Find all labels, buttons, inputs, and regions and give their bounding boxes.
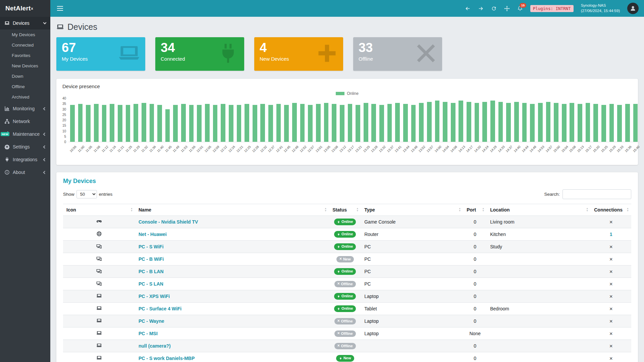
host-time: (27/06/2024, 15:44:59): [581, 9, 620, 13]
device-connections-cell: ×: [591, 352, 631, 362]
chart-bar: [443, 102, 447, 142]
chart-bar: [411, 105, 416, 142]
column-header-type[interactable]: Type▲▼: [361, 204, 463, 216]
device-icon-cell: [63, 265, 135, 278]
sidebar-item-network[interactable]: Network: [0, 115, 50, 128]
notifications-button[interactable]: 15: [517, 6, 523, 11]
device-location-cell: [487, 278, 591, 290]
chart-bar: [586, 103, 590, 142]
status-badge: ×New: [336, 256, 354, 262]
sidebar-item-my-devices[interactable]: My Devices: [0, 29, 50, 40]
device-name-link[interactable]: PC - B LAN: [139, 269, 164, 274]
app-logo[interactable]: NetAlertx: [0, 0, 50, 17]
chart-bar: [173, 105, 178, 142]
sidebar-item-maintenance[interactable]: NEW Maintenance: [0, 128, 50, 140]
device-type-cell: PC: [361, 265, 463, 278]
chart-bar: [435, 101, 440, 142]
sidebar-item-settings[interactable]: Settings: [0, 140, 50, 153]
chart-bar: [292, 103, 297, 142]
chart-bar: [70, 105, 75, 142]
plug-icon: [337, 307, 340, 310]
device-name-link[interactable]: PC - S WiFi: [139, 244, 164, 249]
sidebar-item-monitoring[interactable]: Monitoring: [0, 102, 50, 115]
status-badge: Online: [334, 293, 356, 299]
sidebar-item-down[interactable]: Down: [0, 71, 50, 81]
no-connections-icon: ×: [609, 269, 613, 275]
plugins-status-badge[interactable]: Plugins: INTRNT: [530, 5, 574, 12]
sidebar-item-about[interactable]: About: [0, 166, 50, 179]
stat-card-offline[interactable]: 33 Offline: [353, 37, 442, 71]
chart-bar: [118, 105, 122, 142]
sidebar-item-connected[interactable]: Connected: [0, 40, 50, 50]
device-row: PC - XPS WiFiOnlineLaptop0×: [63, 290, 631, 303]
forward-button[interactable]: [478, 6, 484, 11]
sidebar-nav: Devices My Devices Connected Favorites N…: [0, 17, 50, 179]
chart-bar: [197, 105, 202, 142]
chart-bar: [419, 103, 424, 142]
back-button[interactable]: [465, 6, 471, 11]
sidebar-item-favorites[interactable]: Favorites: [0, 50, 50, 61]
device-name-link[interactable]: PC - Wayne: [139, 318, 164, 324]
chart-bars: 10:5611:0011:0511:0811:1211:1611:2111:25…: [68, 99, 639, 162]
column-header-status[interactable]: Status▲▼: [329, 204, 361, 216]
no-connections-icon: ×: [609, 244, 613, 250]
search-input[interactable]: [562, 189, 631, 199]
chart-bar: [467, 102, 471, 142]
device-name-link[interactable]: Net - Huawei: [139, 232, 167, 237]
column-header-connections[interactable]: Connections▲▼: [591, 204, 631, 216]
presence-chart: 4035302520151050 10:5611:0011:0511:0811:…: [62, 99, 632, 162]
device-name-link[interactable]: PC - B WiFi: [139, 256, 164, 262]
device-name-link[interactable]: PC - XPS WiFi: [139, 294, 170, 299]
device-name-cell: PC - S WiFi: [135, 241, 329, 253]
x-icon: ×: [337, 332, 340, 335]
chart-legend[interactable]: Online: [62, 91, 632, 96]
column-header-icon[interactable]: Icon▲▼: [63, 204, 135, 216]
device-name-link[interactable]: PC - S work Daniels-MBP: [139, 356, 195, 361]
column-header-port[interactable]: Port▲▼: [463, 204, 487, 216]
my-devices-panel: My Devices Show 50 entries Search: Icon▲…: [56, 172, 638, 362]
chart-bar: [133, 104, 138, 142]
chart-bar: [578, 104, 582, 142]
sort-icon: ▲▼: [459, 207, 461, 212]
user-avatar[interactable]: [627, 3, 639, 14]
column-header-name[interactable]: Name▲▼: [135, 204, 329, 216]
device-row: PC - B LANOnlinePC0×: [63, 265, 631, 278]
connections-link[interactable]: 1: [610, 232, 612, 237]
status-badge: Online: [334, 268, 356, 275]
chart-bar: [554, 103, 558, 142]
device-name-link[interactable]: Console - Nvidia Shield TV: [139, 219, 198, 225]
entries-select[interactable]: 50: [76, 190, 97, 198]
search-label: Search:: [544, 192, 560, 197]
device-name-link[interactable]: PC - MSI: [139, 331, 158, 336]
device-name-link[interactable]: PC - Surface 4 WiFi: [139, 306, 181, 311]
x-icon: ×: [339, 257, 342, 261]
sidebar-item-devices[interactable]: Devices: [0, 17, 50, 29]
device-status-cell: Online: [329, 303, 361, 315]
move-widgets-button[interactable]: [504, 6, 510, 11]
chart-bar: [546, 102, 551, 142]
stat-card-connected[interactable]: 34 Connected: [155, 37, 244, 71]
device-name-cell: Console - Nvidia Shield TV: [135, 216, 329, 228]
device-location-cell: [487, 265, 591, 278]
refresh-button[interactable]: [491, 6, 497, 11]
stat-card-new-devices[interactable]: 4 New Devices: [254, 37, 343, 71]
device-name-link[interactable]: null (camera?): [139, 343, 171, 349]
sidebar-item-integrations[interactable]: Integrations: [0, 153, 50, 166]
sidebar-toggle-button[interactable]: [56, 4, 64, 13]
status-badge: ×Offline: [334, 343, 356, 349]
device-row: PC - MSI×OfflineLaptopNone×: [63, 327, 631, 340]
sidebar: NetAlertx Devices My Devices Connected F…: [0, 0, 50, 362]
device-status-cell: ×Offline: [329, 340, 361, 352]
sidebar-item-offline[interactable]: Offline: [0, 81, 50, 92]
sidebar-item-new-devices[interactable]: New Devices: [0, 61, 50, 71]
device-name-cell: PC - XPS WiFi: [135, 290, 329, 303]
sidebar-item-label: Devices: [13, 20, 30, 26]
chart-bar: [308, 105, 313, 142]
column-header-location[interactable]: Location▲▼: [487, 204, 591, 216]
gear-icon: [4, 144, 10, 149]
device-location-cell: [487, 253, 591, 265]
sidebar-item-archived[interactable]: Archived: [0, 92, 50, 102]
stat-card-my-devices[interactable]: 67 My Devices: [56, 37, 145, 71]
device-name-link[interactable]: PC - S LAN: [139, 281, 163, 287]
chart-bar: [514, 102, 519, 142]
